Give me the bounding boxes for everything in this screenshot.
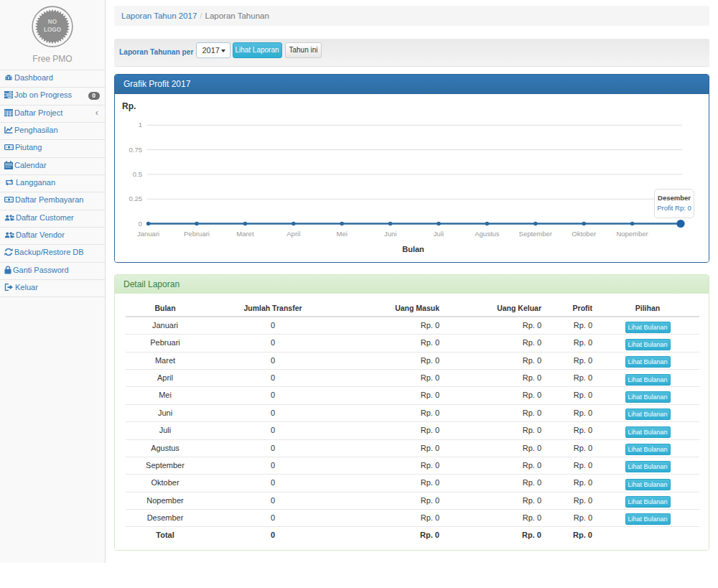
svg-text:0.75: 0.75	[129, 146, 143, 154]
svg-text:Juli: Juli	[434, 230, 444, 238]
svg-text:LOGO: LOGO	[44, 27, 62, 33]
svg-text:Pebruari: Pebruari	[184, 230, 210, 238]
svg-text:0.5: 0.5	[133, 170, 142, 178]
svg-text:Mei: Mei	[337, 230, 348, 238]
svg-text:NO: NO	[48, 19, 57, 25]
svg-text:0.25: 0.25	[129, 195, 143, 202]
svg-text:Profit Rp: 0: Profit Rp: 0	[657, 204, 691, 212]
svg-text:April: April	[286, 230, 300, 238]
svg-text:0: 0	[139, 220, 142, 228]
svg-text:Agustus: Agustus	[475, 230, 500, 238]
svg-text:September: September	[519, 230, 552, 238]
svg-text:Januari: Januari	[137, 230, 159, 238]
svg-text:Bulan: Bulan	[402, 245, 424, 253]
svg-text:Oktober: Oktober	[572, 230, 596, 238]
svg-text:Juni: Juni	[384, 230, 396, 238]
svg-text:Rp.: Rp.	[122, 101, 136, 111]
svg-text:1: 1	[139, 121, 142, 129]
svg-text:Desember: Desember	[658, 194, 691, 202]
svg-text:Maret: Maret	[236, 230, 254, 238]
svg-text:Nopember: Nopember	[616, 230, 648, 238]
